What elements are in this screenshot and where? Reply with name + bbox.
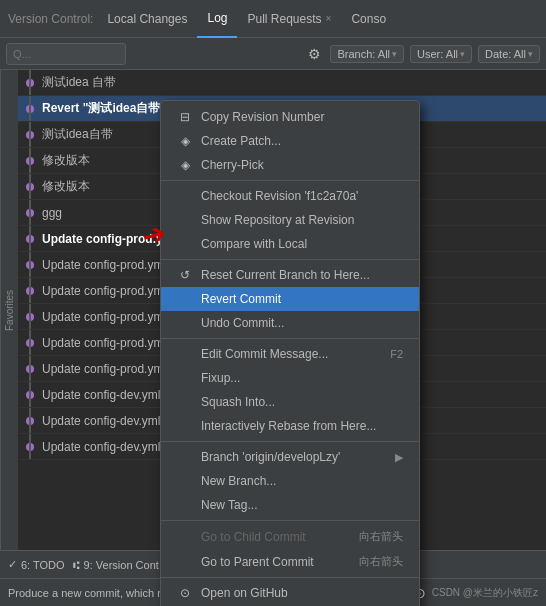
commit-message: Update config-dev.yml bbox=[42, 388, 161, 402]
commit-message: Update config-prod.yml bbox=[42, 310, 166, 324]
date-filter-button[interactable]: Date: All ▾ bbox=[478, 45, 540, 63]
menu-item-edit-commit-message[interactable]: Edit Commit Message... F2 bbox=[161, 342, 419, 366]
version-control-status[interactable]: ⑆ 9: Version Cont bbox=[73, 559, 159, 571]
settings-icon[interactable]: ⚙ bbox=[305, 43, 324, 65]
commit-message: 修改版本 bbox=[42, 152, 90, 169]
tab-pull-requests[interactable]: Pull Requests × bbox=[237, 0, 341, 38]
user-filter-arrow: ▾ bbox=[460, 49, 465, 59]
menu-item-new-tag[interactable]: New Tag... bbox=[161, 493, 419, 517]
reset-icon: ↺ bbox=[177, 268, 193, 282]
branch-line bbox=[29, 304, 31, 329]
todo-status[interactable]: ✓ 6: TODO bbox=[8, 558, 65, 571]
branch-line bbox=[29, 356, 31, 381]
tab-local-changes[interactable]: Local Changes bbox=[97, 0, 197, 38]
commit-message: Update config-prod.yml bbox=[42, 362, 166, 376]
branch-line bbox=[29, 174, 31, 199]
branch-line bbox=[29, 252, 31, 277]
commit-message: Update config-prod.yml bbox=[42, 258, 166, 272]
context-menu: ⊟ Copy Revision Number ◈ Create Patch...… bbox=[160, 100, 420, 606]
version-control-label: Version Control: bbox=[8, 12, 93, 26]
submenu-arrow-icon: ▶ bbox=[395, 451, 403, 464]
branch-line bbox=[29, 382, 31, 407]
todo-icon: ✓ bbox=[8, 558, 17, 571]
toolbar: ⚙ Branch: All ▾ User: All ▾ Date: All ▾ bbox=[0, 38, 546, 70]
commit-message: Update config-dev.yml bbox=[42, 440, 161, 454]
tab-bar: Version Control: Local Changes Log Pull … bbox=[0, 0, 546, 38]
menu-item-go-to-child: Go to Child Commit 向右箭头 bbox=[161, 524, 419, 549]
search-input[interactable] bbox=[13, 48, 119, 60]
menu-separator bbox=[161, 259, 419, 260]
menu-separator bbox=[161, 180, 419, 181]
branch-line bbox=[29, 278, 31, 303]
tab-log[interactable]: Log bbox=[197, 0, 237, 38]
user-filter-button[interactable]: User: All ▾ bbox=[410, 45, 472, 63]
vc-icon: ⑆ bbox=[73, 559, 80, 571]
menu-item-cherry-pick[interactable]: ◈ Cherry-Pick bbox=[161, 153, 419, 177]
commit-message: ggg bbox=[42, 206, 62, 220]
patch-icon: ◈ bbox=[177, 134, 193, 148]
bottom-description: Produce a new commit, which r bbox=[8, 587, 161, 599]
commit-message: Revert "测试idea自带" bbox=[42, 100, 166, 117]
tab-close-icon[interactable]: × bbox=[326, 13, 332, 24]
branch-line bbox=[29, 408, 31, 433]
commit-message: Update config-prod.yml bbox=[42, 232, 177, 246]
menu-separator bbox=[161, 520, 419, 521]
branch-line bbox=[29, 434, 31, 459]
menu-item-new-branch[interactable]: New Branch... bbox=[161, 469, 419, 493]
tab-console[interactable]: Conso bbox=[341, 0, 396, 38]
main-area: Favorites 测试idea 自带 Revert "测试idea自带" 测试… bbox=[0, 70, 546, 550]
list-item[interactable]: 测试idea 自带 bbox=[18, 70, 546, 96]
menu-item-fixup[interactable]: Fixup... bbox=[161, 366, 419, 390]
branch-line bbox=[29, 330, 31, 355]
menu-item-compare-local[interactable]: Compare with Local bbox=[161, 232, 419, 256]
branch-line bbox=[29, 226, 31, 251]
cherry-pick-icon: ◈ bbox=[177, 158, 193, 172]
menu-item-reset-branch[interactable]: ↺ Reset Current Branch to Here... bbox=[161, 263, 419, 287]
menu-item-branch-origin[interactable]: Branch 'origin/developLzy' ▶ bbox=[161, 445, 419, 469]
branch-filter-button[interactable]: Branch: All ▾ bbox=[330, 45, 404, 63]
menu-separator bbox=[161, 338, 419, 339]
branch-line bbox=[29, 96, 31, 121]
commit-message: 修改版本 bbox=[42, 178, 90, 195]
vc-label: 9: Version Cont bbox=[84, 559, 159, 571]
search-box[interactable] bbox=[6, 43, 126, 65]
commit-message: Update config-dev.yml bbox=[42, 414, 161, 428]
branch-line bbox=[29, 200, 31, 225]
commit-message: Update config-prod.yml bbox=[42, 336, 166, 350]
menu-item-squash[interactable]: Squash Into... bbox=[161, 390, 419, 414]
branch-line bbox=[29, 148, 31, 173]
csdn-label: CSDN @米兰的小铁匠z bbox=[432, 586, 538, 600]
copy-icon: ⊟ bbox=[177, 110, 193, 124]
menu-separator bbox=[161, 441, 419, 442]
commit-message: 测试idea自带 bbox=[42, 126, 113, 143]
menu-item-revert-commit[interactable]: Revert Commit bbox=[161, 287, 419, 311]
menu-item-undo-commit[interactable]: Undo Commit... bbox=[161, 311, 419, 335]
menu-item-show-repository[interactable]: Show Repository at Revision bbox=[161, 208, 419, 232]
menu-separator bbox=[161, 577, 419, 578]
menu-item-go-to-parent[interactable]: Go to Parent Commit 向右箭头 bbox=[161, 549, 419, 574]
menu-item-create-patch[interactable]: ◈ Create Patch... bbox=[161, 129, 419, 153]
date-filter-arrow: ▾ bbox=[528, 49, 533, 59]
side-label: Favorites bbox=[0, 70, 18, 550]
menu-item-interactive-rebase[interactable]: Interactively Rebase from Here... bbox=[161, 414, 419, 438]
branch-line bbox=[29, 70, 31, 95]
menu-item-open-github[interactable]: ⊙ Open on GitHub bbox=[161, 581, 419, 605]
todo-label: 6: TODO bbox=[21, 559, 65, 571]
github-icon: ⊙ bbox=[177, 586, 193, 600]
commit-message: 测试idea 自带 bbox=[42, 74, 116, 91]
branch-line bbox=[29, 122, 31, 147]
menu-item-copy-revision[interactable]: ⊟ Copy Revision Number bbox=[161, 105, 419, 129]
branch-filter-arrow: ▾ bbox=[392, 49, 397, 59]
commit-message: Update config-prod.yml bbox=[42, 284, 166, 298]
menu-item-checkout-revision[interactable]: Checkout Revision 'f1c2a70a' bbox=[161, 184, 419, 208]
